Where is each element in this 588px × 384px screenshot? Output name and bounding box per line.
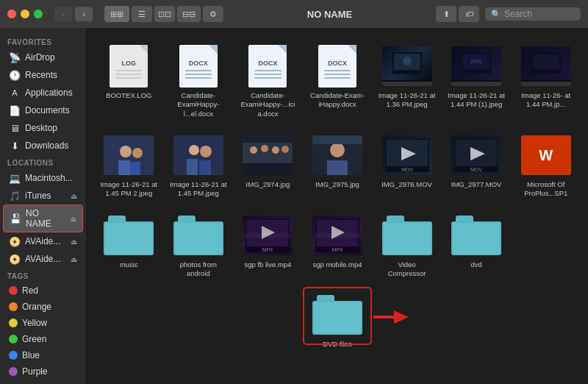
photos-thumb (172, 213, 225, 257)
candidate2-thumb: DOCX (241, 44, 294, 88)
photo5-preview (173, 135, 223, 175)
file-dvd[interactable]: dvd (443, 209, 510, 283)
photos-label: photos from android (170, 260, 227, 279)
column-view-button[interactable]: ⊡⊡ (154, 6, 175, 22)
svg-point-9 (120, 146, 132, 157)
candidate3-thumb: DOCX (311, 44, 364, 88)
file-dvd-files[interactable]: DVD files (304, 288, 371, 353)
docx1-icon: DOCX (179, 45, 218, 88)
sidebar-item-downloads[interactable]: ⬇ Downloads (3, 137, 83, 154)
file-sgp-fb[interactable]: MP4 sgp fb live.mp4 (234, 209, 301, 283)
downloads-label: Downloads (25, 141, 68, 151)
photo4-preview (104, 135, 154, 175)
favorites-label: Favorites (0, 34, 86, 49)
file-img2977[interactable]: MOV IMG_2977.MOV (443, 129, 510, 203)
svg-text:MP4: MP4 (262, 247, 273, 252)
search-input[interactable] (504, 9, 575, 19)
sidebar-item-avaide1[interactable]: 📀 AVAide... ⏏ (3, 232, 83, 250)
image3-label: Image 11-26- at 1.44 PM.jp... (517, 91, 575, 110)
file-candidate3[interactable]: DOCX Candidate-Exam-iHappy.docx (304, 40, 371, 123)
bootex-label: BOOTEX.LOG (106, 91, 151, 100)
file-sgp-mobile[interactable]: MP4 sgp mobile.mp4 (304, 209, 371, 283)
sgp-mobile-icon: MP4 (312, 216, 362, 255)
sidebar: Favorites 📡 AirDrop 🕐 Recents A Applicat… (0, 28, 87, 384)
sidebar-item-recents[interactable]: 🕐 Recents (3, 66, 83, 84)
file-video-comp[interactable]: Video Compressor (373, 209, 440, 283)
sidebar-item-airdrop[interactable]: 📡 AirDrop (3, 49, 83, 66)
macintosh-label: Macintosh... (25, 173, 73, 183)
noname-label: NO NAME (26, 208, 65, 229)
sidebar-tag-purple[interactable]: Purple (3, 363, 83, 380)
image5-label: Image 11-26-21 at 1.45 PM.jpeg (170, 180, 227, 199)
sidebar-tag-orange[interactable]: Orange (3, 299, 83, 315)
itunes-eject-icon[interactable]: ⏏ (71, 192, 77, 200)
file-image3[interactable]: Image 11-26- at 1.44 PM.jp... (512, 40, 579, 123)
minimize-button[interactable] (21, 10, 29, 18)
sgp-mobile-thumb: MP4 (311, 213, 364, 257)
macintosh-icon: 💻 (9, 172, 21, 184)
sidebar-tag-red[interactable]: Red (3, 282, 83, 299)
dvd-files-thumb (311, 293, 364, 337)
sidebar-item-avaide2[interactable]: 📀 AVAide... ⏏ (3, 250, 83, 268)
noname-icon: 💾 (10, 213, 21, 224)
list-view-button[interactable]: ☰ (132, 6, 152, 22)
svg-point-20 (250, 146, 257, 154)
file-img2975[interactable]: IMG_2975.jpg (304, 129, 371, 203)
file-music[interactable]: music (96, 209, 162, 283)
sidebar-tag-yellow[interactable]: Yellow (3, 315, 83, 331)
file-img2974[interactable]: IMG_2974.jpg (234, 129, 301, 203)
file-image4[interactable]: Image 11-26-21 at 1.45 PM 2.jpeg (96, 129, 162, 203)
file-microsoft[interactable]: W Microsoft Of ProPlus...SP1 (512, 129, 579, 203)
avaide2-eject-icon[interactable]: ⏏ (71, 255, 77, 263)
tag-button[interactable]: 🏷 (459, 6, 479, 22)
file-image5[interactable]: Image 11-26-21 at 1.45 PM.jpeg (165, 129, 232, 203)
file-image2[interactable]: IMG Image 11-26-21 at 1.44 PM (1).jpeg (443, 40, 510, 123)
file-image1[interactable]: Image 11-26-21 at 1.36 PM.jpeg (373, 40, 440, 123)
avaide1-eject-icon[interactable]: ⏏ (71, 238, 77, 246)
fullscreen-button[interactable] (34, 10, 43, 18)
file-grid: LOG BOOTEX.LOG (96, 40, 579, 354)
file-candidate2[interactable]: DOCX Candidate-ExamiHappy-...icia.docx (234, 40, 301, 123)
file-img2976[interactable]: MOV IMG_2976.MOV (373, 129, 440, 203)
green-tag-dot (9, 335, 18, 344)
photos-folder-icon (173, 216, 223, 255)
sidebar-item-applications[interactable]: A Applications (3, 84, 83, 102)
search-bar[interactable]: 🔍 (485, 7, 581, 21)
itunes-label: iTunes (25, 191, 66, 201)
airdrop-icon: 📡 (9, 51, 21, 63)
dvd-files-folder-icon (312, 295, 362, 335)
image2-label: Image 11-26-21 at 1.44 PM (1).jpeg (448, 91, 505, 110)
forward-button[interactable]: › (75, 7, 93, 21)
sidebar-tag-green[interactable]: Green (3, 331, 83, 347)
desktop-label: Desktop (25, 123, 57, 133)
sidebar-tag-blue[interactable]: Blue (3, 347, 83, 363)
titlebar: ‹ › ⊞⊞ ☰ ⊡⊡ ⊟⊟ ⚙ NO NAME ⬆ 🏷 🔍 (0, 0, 588, 28)
sidebar-item-noname[interactable]: 💾 NO NAME ⏏ (3, 205, 83, 232)
action-button[interactable]: ⚙ (203, 6, 223, 22)
close-button[interactable] (7, 10, 16, 18)
file-bootex[interactable]: LOG BOOTEX.LOG (96, 40, 162, 123)
svg-rect-28 (312, 135, 362, 144)
sgp-fb-icon: MP4 (243, 216, 293, 255)
svg-point-10 (132, 148, 143, 158)
blue-tag-dot (9, 351, 18, 360)
icon-view-button[interactable]: ⊞⊞ (104, 6, 129, 22)
sidebar-item-desktop[interactable]: 🖥 Desktop (3, 119, 83, 137)
downloads-icon: ⬇ (9, 140, 21, 152)
sidebar-item-itunes[interactable]: 🎵 iTunes ⏏ (3, 187, 83, 205)
gallery-view-button[interactable]: ⊟⊟ (177, 6, 201, 22)
noname-eject-icon[interactable]: ⏏ (70, 215, 76, 223)
music-label: music (120, 260, 138, 269)
back-button[interactable]: ‹ (54, 7, 72, 21)
svg-text:IMG: IMG (471, 58, 482, 65)
file-candidate1[interactable]: DOCX Candidate-ExamiHappy-l...el.docx (165, 40, 232, 123)
sidebar-item-macintosh[interactable]: 💻 Macintosh... (3, 169, 83, 187)
sidebar-item-documents[interactable]: 📄 Documents (3, 102, 83, 119)
image5-thumb (172, 133, 225, 177)
share-button[interactable]: ⬆ (436, 6, 456, 22)
image1-label: Image 11-26-21 at 1.36 PM.jpeg (379, 91, 436, 110)
search-icon: 🔍 (491, 10, 501, 19)
file-photos[interactable]: photos from android (165, 209, 232, 283)
svg-point-22 (272, 146, 279, 154)
candidate1-thumb: DOCX (172, 44, 225, 88)
